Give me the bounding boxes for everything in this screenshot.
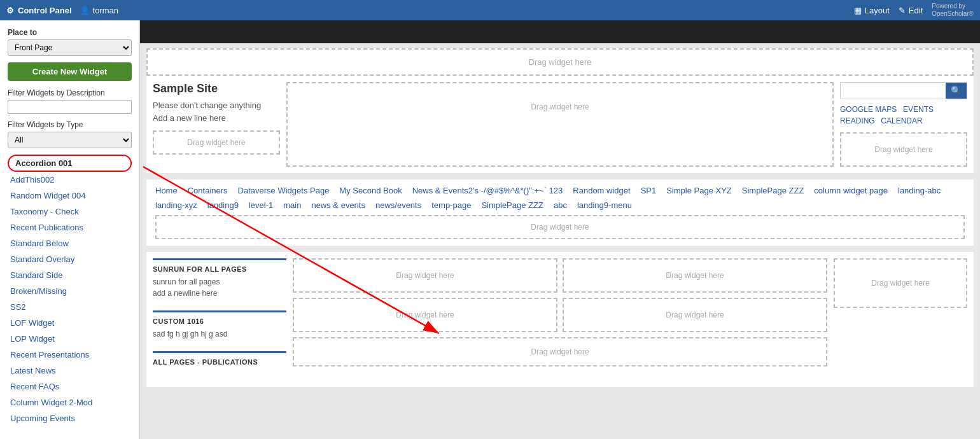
widget-item-ss2[interactable]: SS2 bbox=[8, 299, 132, 315]
widget-item-recent-faqs[interactable]: Recent FAQs bbox=[8, 379, 132, 394]
widget-item-random[interactable]: Random Widget 004 bbox=[8, 188, 132, 204]
widget-sunrun-text: sunrun for all pagesadd a newline here bbox=[153, 276, 286, 299]
nav-simple-page-xyz[interactable]: Simple Page XYZ bbox=[666, 186, 732, 195]
col-right: Drag widget here bbox=[834, 258, 967, 380]
col-left: SUNRUN FOR ALL PAGES sunrun for all page… bbox=[153, 258, 286, 380]
drag-top-row: Drag widget here Drag widget here bbox=[293, 258, 827, 293]
widget-custom1016-title: CUSTOM 1016 bbox=[153, 317, 286, 325]
nav-simplepage-zzz[interactable]: SimplePage ZZZ bbox=[742, 186, 804, 195]
drag-zone-top[interactable]: Drag widget here bbox=[146, 48, 974, 76]
nav-column-widget-page[interactable]: column widget page bbox=[814, 186, 888, 195]
top-strip bbox=[140, 20, 980, 43]
drag-mid-full-label: Drag widget here bbox=[531, 347, 589, 356]
widget-item-lop[interactable]: LOP Widget bbox=[8, 331, 132, 347]
drag-right-label: Drag widget here bbox=[874, 145, 932, 154]
widget-item-lof[interactable]: LOF Widget bbox=[8, 315, 132, 331]
nav-link-events[interactable]: EVENTS bbox=[903, 105, 934, 114]
top-bar-left: ⚙ Control Panel 👤 torman bbox=[6, 6, 118, 15]
widget-item-standard-side[interactable]: Standard Side bbox=[8, 267, 132, 283]
pencil-icon: ✎ bbox=[899, 6, 906, 15]
drag-zone-right-bottom[interactable]: Drag widget here bbox=[834, 258, 967, 308]
top-bar-right: ▦ Layout ✎ Edit Powered byOpenScholar® bbox=[854, 3, 974, 18]
widget-item-standard-overlay[interactable]: Standard Overlay bbox=[8, 251, 132, 267]
drag-zone-mid-top-right[interactable]: Drag widget here bbox=[563, 258, 827, 293]
layout-button[interactable]: ▦ Layout bbox=[854, 6, 890, 15]
sample-site-desc: Please don't change anythingAdd a new li… bbox=[153, 99, 280, 124]
drag-zone-right[interactable]: Drag widget here bbox=[840, 132, 967, 167]
search-bar: 🔍 bbox=[840, 82, 967, 99]
user-icon: 👤 bbox=[80, 6, 90, 15]
nav-link-reading[interactable]: READING bbox=[840, 116, 875, 125]
nav-temp-page[interactable]: temp-page bbox=[431, 200, 471, 210]
section-bottom: SUNRUN FOR ALL PAGES sunrun for all page… bbox=[146, 252, 974, 387]
drag-zone-mid-bot-right[interactable]: Drag widget here bbox=[563, 298, 827, 332]
content-area: Drag widget here Sample Site Please don'… bbox=[140, 20, 980, 439]
drag-zone-mid-full[interactable]: Drag widget here bbox=[293, 337, 827, 366]
widget-item-recent-presentations[interactable]: Recent Presentations bbox=[8, 347, 132, 363]
nav-home[interactable]: Home bbox=[155, 186, 178, 195]
nav-main[interactable]: main bbox=[283, 200, 301, 210]
filter-type-select[interactable]: All Block Views bbox=[8, 132, 132, 148]
widget-item-upcoming-events[interactable]: Upcoming Events bbox=[8, 410, 132, 426]
drag-mid-br-label: Drag widget here bbox=[666, 310, 724, 319]
drag-zone-center[interactable]: Drag widget here bbox=[286, 82, 834, 167]
drag-zone-mid-top-left[interactable]: Drag widget here bbox=[293, 258, 557, 293]
widget-item-accordion[interactable]: Accordion 001 bbox=[8, 155, 132, 172]
section-top: Sample Site Please don't change anything… bbox=[146, 76, 974, 173]
nav-containers[interactable]: Containers bbox=[188, 186, 228, 195]
widget-item-broken[interactable]: Broken/Missing bbox=[8, 283, 132, 299]
nav-links-right: GOOGLE MAPS EVENTS READING CALENDAR bbox=[840, 104, 967, 127]
widget-item-taxonomy[interactable]: Taxonomy - Check bbox=[8, 204, 132, 220]
nav-abc[interactable]: abc bbox=[554, 200, 567, 210]
middle-section: Drag widget here bbox=[286, 82, 834, 167]
sample-site-title: Sample Site bbox=[153, 82, 280, 95]
brand: ⚙ Control Panel bbox=[6, 6, 72, 15]
widget-item-recent-publications[interactable]: Recent Publications bbox=[8, 220, 132, 235]
create-widget-button[interactable]: Create New Widget bbox=[8, 62, 132, 81]
nav-random-widget[interactable]: Random widget bbox=[573, 186, 630, 195]
top-bar: ⚙ Control Panel 👤 torman ▦ Layout ✎ Edit… bbox=[0, 0, 980, 20]
nav-landing-abc[interactable]: landing-abc bbox=[898, 186, 941, 195]
nav-link-google-maps[interactable]: GOOGLE MAPS bbox=[840, 105, 897, 114]
drag-right-bot-label: Drag widget here bbox=[871, 279, 929, 288]
nav-news-events-slash[interactable]: news/events bbox=[375, 200, 421, 210]
right-section: 🔍 GOOGLE MAPS EVENTS READING CALENDAR Dr… bbox=[840, 82, 967, 167]
edit-button[interactable]: ✎ Edit bbox=[899, 6, 923, 15]
nav-simplepage-zzz2[interactable]: SimplePage ZZZ bbox=[481, 200, 543, 210]
nav-dataverse[interactable]: Dataverse Widgets Page bbox=[238, 186, 330, 195]
widget-item-addthis[interactable]: AddThis002 bbox=[8, 172, 132, 188]
drag-mid-tr-label: Drag widget here bbox=[666, 271, 724, 280]
search-button[interactable]: 🔍 bbox=[946, 83, 967, 99]
search-input[interactable] bbox=[841, 83, 946, 99]
drag-top-label: Drag widget here bbox=[529, 57, 592, 67]
place-to-select[interactable]: Front Page All Pages bbox=[8, 39, 132, 56]
nav-news-events[interactable]: news & events bbox=[311, 200, 365, 210]
nav-sp1[interactable]: SP1 bbox=[641, 186, 657, 195]
nav-landing9-menu[interactable]: landing9-menu bbox=[577, 200, 632, 210]
username-label: torman bbox=[93, 6, 118, 15]
filter-desc-input[interactable] bbox=[8, 100, 132, 114]
widget-item-latest-news[interactable]: Latest News bbox=[8, 363, 132, 379]
nav-link-calendar[interactable]: CALENDAR bbox=[881, 116, 922, 125]
nav-level-1[interactable]: level-1 bbox=[249, 200, 273, 210]
col-middle: Drag widget here Drag widget here Drag w… bbox=[293, 258, 827, 380]
gear-icon: ⚙ bbox=[6, 6, 14, 15]
nav-landing-xyz[interactable]: landing-xyz bbox=[155, 200, 197, 210]
layout-icon: ▦ bbox=[854, 6, 862, 15]
widget-item-standard-below[interactable]: Standard Below bbox=[8, 235, 132, 251]
nav-events2[interactable]: News & Events2's -/@#$%^&*()":+~` 123 bbox=[412, 186, 563, 195]
nav-second-book[interactable]: My Second Book bbox=[339, 186, 402, 195]
nav-landing9[interactable]: landing9 bbox=[207, 200, 239, 210]
layout-label: Layout bbox=[865, 6, 890, 15]
user-menu[interactable]: 👤 torman bbox=[80, 6, 118, 15]
nav-bar-items: Home Containers Dataverse Widgets Page M… bbox=[155, 186, 965, 210]
nav-bar-section: Home Containers Dataverse Widgets Page M… bbox=[146, 179, 974, 246]
widget-item-column-widget[interactable]: Column Widget 2-Mod bbox=[8, 394, 132, 410]
drag-mid-tl-label: Drag widget here bbox=[396, 271, 454, 280]
drag-zone-mid-bot-left[interactable]: Drag widget here bbox=[293, 298, 557, 332]
drag-zone-nav[interactable]: Drag widget here bbox=[155, 215, 965, 239]
filter-desc-label: Filter Widgets by Description bbox=[8, 88, 132, 97]
place-to-label: Place to bbox=[8, 28, 132, 37]
drag-zone-sample[interactable]: Drag widget here bbox=[153, 130, 280, 155]
widget-custom1016-text: sad fg h gj gh hj g asd bbox=[153, 328, 286, 340]
